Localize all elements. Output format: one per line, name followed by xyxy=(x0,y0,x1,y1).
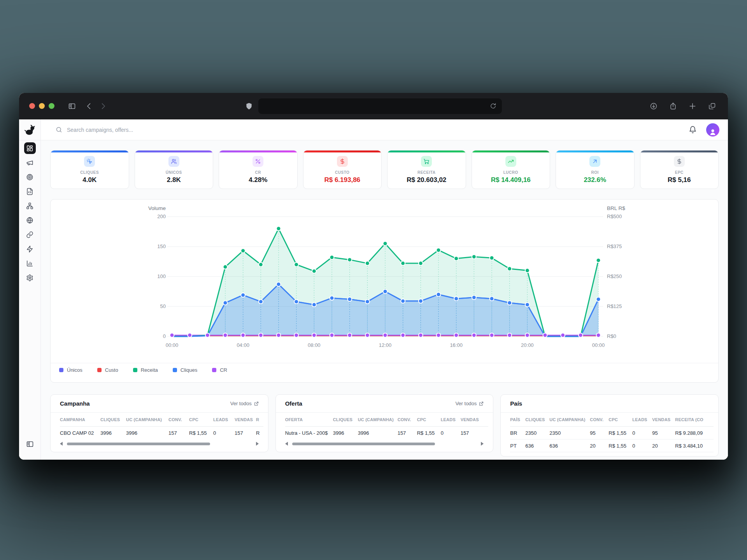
table-title: País xyxy=(510,400,522,407)
tables-row: CampanhaVer todosCAMPANHACLIQUESUC (CAMP… xyxy=(50,394,719,457)
sidebar-item-offers[interactable] xyxy=(24,171,36,183)
table-row[interactable]: PT63663620R$ 1,55020R$ 3.484,10 xyxy=(510,439,714,452)
sidebar-item-landers[interactable] xyxy=(24,186,36,197)
legend-label: Cliques xyxy=(181,367,197,373)
table-cell: R$ 3.484,10 xyxy=(675,443,714,449)
scroll-right-arrow[interactable] xyxy=(256,442,259,446)
avatar[interactable] xyxy=(706,123,719,136)
search-icon xyxy=(56,126,62,133)
x-axis-tick: 20:00 xyxy=(521,342,534,348)
sidebar-item-automation[interactable] xyxy=(24,243,36,255)
table-cell: 3996 xyxy=(358,430,398,436)
traffic-lights xyxy=(29,103,54,109)
url-field[interactable] xyxy=(258,98,502,114)
view-all-link[interactable]: Ver todos xyxy=(455,401,484,406)
kpi-value: R$ 14.409,16 xyxy=(491,176,531,184)
legend-item-custo[interactable]: Custo xyxy=(97,367,118,373)
search-input[interactable]: Search campaigns, offers... xyxy=(56,126,133,133)
bell-icon[interactable] xyxy=(689,126,697,134)
table-row[interactable]: BR2350235095R$ 1,55095R$ 9.288,09 xyxy=(510,427,714,439)
sidebar-item-reports[interactable] xyxy=(24,257,36,269)
sidebar-collapse-button[interactable] xyxy=(19,440,40,448)
back-icon[interactable] xyxy=(83,100,95,112)
users-icon xyxy=(171,158,177,164)
legend-item-cliques[interactable]: Cliques xyxy=(173,367,197,373)
right-axis-tick: R$250 xyxy=(607,273,622,279)
user-icon xyxy=(709,128,717,136)
horizontal-scrollbar xyxy=(285,441,484,447)
new-tab-icon[interactable] xyxy=(687,100,698,112)
left-axis-tick: 0 xyxy=(140,333,166,339)
layout-grid-icon xyxy=(26,145,33,152)
table-card-pais: PaísPAÍSCLIQUESUC (CAMPANHA)CONV.CPCLEAD… xyxy=(500,394,719,457)
x-axis-tick: 00:00 xyxy=(592,342,605,348)
left-axis-tick: 150 xyxy=(140,243,166,249)
sidebar-toggle-icon[interactable] xyxy=(66,100,78,112)
column-header: VENDAS xyxy=(235,417,256,422)
reload-icon[interactable] xyxy=(489,102,497,110)
sidebar-item-campaigns[interactable] xyxy=(24,157,36,168)
column-header: VENDAS xyxy=(461,417,489,422)
kpi-accent-bar xyxy=(640,150,719,152)
chart-column-icon xyxy=(26,260,33,267)
table-row[interactable]: CBO CAMP 0239963996157R$ 1,550157R xyxy=(60,427,263,439)
kpi-card-lucro: LUCROR$ 14.409,16 xyxy=(472,150,551,189)
sidebar xyxy=(19,119,41,460)
forward-icon[interactable] xyxy=(97,100,109,112)
scroll-right-arrow[interactable] xyxy=(481,442,484,446)
topbar: Search campaigns, offers... xyxy=(41,119,728,140)
search-placeholder: Search campaigns, offers... xyxy=(67,127,133,133)
cart-icon xyxy=(423,158,430,164)
shield-icon[interactable] xyxy=(245,102,253,110)
kpi-accent-bar xyxy=(135,150,213,152)
app-root: Search campaigns, offers... CLIQUES4.0KÚ… xyxy=(19,119,728,460)
sidebar-item-domains[interactable] xyxy=(24,214,36,226)
column-header: LEADS xyxy=(213,417,235,422)
table-cell: 157 xyxy=(398,430,417,436)
zoom-button[interactable] xyxy=(49,103,54,109)
legend-item-cr[interactable]: CR xyxy=(212,367,227,373)
table: PAÍSCLIQUESUC (CAMPANHA)CONV.CPCLEADSVEN… xyxy=(501,413,718,452)
sidebar-item-dashboard[interactable] xyxy=(24,142,36,154)
tab-overview-icon[interactable] xyxy=(706,100,718,112)
scrollbar-thumb[interactable] xyxy=(67,443,210,445)
network-icon xyxy=(26,202,33,210)
kpi-accent-bar xyxy=(51,150,129,152)
download-icon[interactable] xyxy=(648,100,659,112)
table-header-row: PAÍSCLIQUESUC (CAMPANHA)CONV.CPCLEADSVEN… xyxy=(510,413,714,427)
kpi-icon-tile xyxy=(589,156,600,167)
legend-swatch xyxy=(212,368,216,372)
kpi-value: 4.0K xyxy=(82,176,96,184)
chart-plot xyxy=(51,200,719,383)
sidebar-item-flows[interactable] xyxy=(24,200,36,212)
close-button[interactable] xyxy=(29,103,35,109)
legend-item-receita[interactable]: Receita xyxy=(133,367,158,373)
table-cell: 2350 xyxy=(549,430,590,436)
horizontal-scrollbar xyxy=(60,441,259,447)
x-axis-tick: 12:00 xyxy=(379,342,392,348)
right-axis-tick: R$0 xyxy=(607,333,616,339)
kpi-icon-tile xyxy=(168,156,179,167)
chart-divider xyxy=(51,363,718,363)
scroll-left-arrow[interactable] xyxy=(285,442,288,446)
kpi-card-unicos: ÚNICOS2.8K xyxy=(135,150,214,189)
legend-item-unicos[interactable]: Únicos xyxy=(59,367,82,373)
scroll-left-arrow[interactable] xyxy=(60,442,63,446)
column-header: UC (CAMPANHA) xyxy=(358,417,398,422)
table: CAMPANHACLIQUESUC (CAMPANHA)CONV.CPCLEAD… xyxy=(51,413,268,439)
column-header: CPC xyxy=(417,417,441,422)
view-all-link[interactable]: Ver todos xyxy=(230,401,259,406)
column-header: PAÍS xyxy=(510,417,525,422)
column-header: CONV. xyxy=(168,417,189,422)
table-row[interactable]: Nutra - USA - 200$39963996157R$ 1,550157 xyxy=(285,427,489,439)
table-cell: 3996 xyxy=(333,430,358,436)
kpi-label: EPC xyxy=(675,170,684,175)
sidebar-item-links[interactable] xyxy=(24,229,36,240)
kpi-icon-tile xyxy=(674,156,685,167)
table-cell: 20 xyxy=(652,443,675,449)
minimize-button[interactable] xyxy=(39,103,45,109)
sidebar-item-settings[interactable] xyxy=(24,272,36,284)
right-axis-tick: R$375 xyxy=(607,243,622,249)
share-icon[interactable] xyxy=(667,100,679,112)
scrollbar-thumb[interactable] xyxy=(292,443,435,445)
